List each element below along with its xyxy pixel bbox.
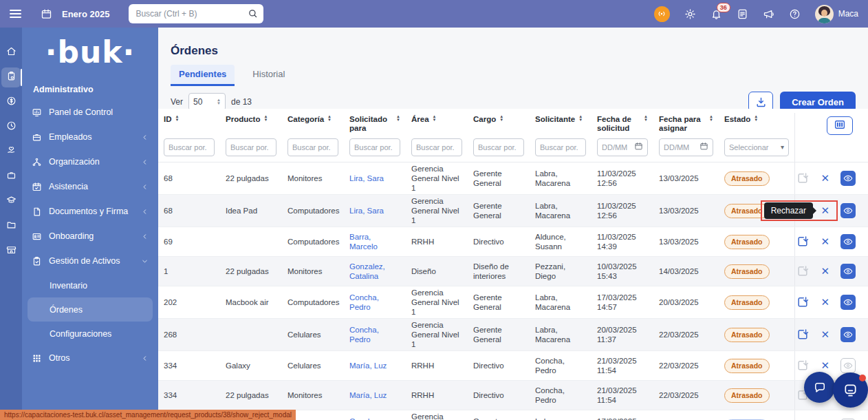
- chat-widget-fab[interactable]: [833, 372, 868, 408]
- employee-link[interactable]: Concha, Pedro: [349, 293, 379, 311]
- filter-input-cargo[interactable]: [473, 138, 524, 156]
- sort-icon[interactable]: ▲▼: [644, 115, 648, 122]
- settings-gear-icon[interactable]: [684, 8, 696, 20]
- sidebar-item-organizaci-n[interactable]: Organización: [22, 149, 158, 174]
- filter-status-select[interactable]: Seleccionar▾: [724, 138, 789, 156]
- column-settings-button[interactable]: [827, 116, 853, 135]
- tab-pendientes[interactable]: Pendientes: [171, 65, 235, 86]
- rail-item-home-icon[interactable]: [1, 43, 21, 63]
- filter-input-solicitante[interactable]: [535, 138, 586, 156]
- sidebar-item-documentos-y-firma[interactable]: Documentos y Firma: [22, 199, 158, 224]
- sort-icon[interactable]: ▲▼: [175, 115, 180, 122]
- rail-item-capacitaciones-icon[interactable]: [1, 191, 21, 211]
- sort-icon[interactable]: ▲▼: [396, 115, 400, 122]
- column-header--rea[interactable]: Área▲▼: [406, 113, 468, 138]
- sidebar-item-onboarding[interactable]: Onboarding: [22, 224, 158, 249]
- reject-x-icon[interactable]: ✕: [821, 361, 829, 371]
- sidebar-subitem-configuraciones[interactable]: Configuraciones: [28, 322, 153, 346]
- sidebar-item-panel-de-control[interactable]: Panel de Control: [22, 100, 158, 125]
- view-eye-icon[interactable]: [840, 327, 856, 342]
- column-header-cargo[interactable]: Cargo▲▼: [468, 113, 530, 138]
- view-eye-icon[interactable]: [840, 203, 856, 218]
- rail-item-documentos-icon[interactable]: [1, 216, 21, 236]
- search-input[interactable]: [129, 4, 263, 23]
- column-header-categor-a[interactable]: Categoría▲▼: [282, 113, 344, 138]
- announcements-megaphone-icon[interactable]: [763, 8, 774, 20]
- reject-x-icon[interactable]: ✕: [821, 330, 829, 340]
- sidebar-item-label: Asistencia: [49, 182, 88, 191]
- employee-link[interactable]: Lira, Sara: [349, 174, 384, 182]
- filter-date-input[interactable]: DD/MM: [659, 138, 713, 156]
- reject-x-icon[interactable]: ✕: [821, 266, 829, 277]
- rail-item-asistencia-reloj-icon[interactable]: [1, 117, 21, 137]
- view-eye-icon[interactable]: [840, 358, 856, 373]
- filter-input-solicitado-para[interactable]: [349, 138, 400, 156]
- assign-icon[interactable]: [796, 235, 810, 249]
- view-eye-icon[interactable]: [840, 264, 856, 279]
- sort-icon[interactable]: ▲▼: [327, 115, 332, 122]
- column-header-producto[interactable]: Producto▲▼: [220, 113, 282, 138]
- assign-icon[interactable]: [796, 295, 810, 309]
- filter-input-producto[interactable]: [226, 138, 276, 156]
- column-header-fecha-para-asignar[interactable]: Fecha para asignar▲▼: [653, 113, 719, 138]
- sort-icon[interactable]: ▲▼: [433, 115, 437, 122]
- sidebar-item-asistencia[interactable]: Asistencia: [22, 174, 158, 199]
- reject-x-icon[interactable]: ✕: [821, 174, 829, 184]
- rail-item-beneficios-icon[interactable]: [1, 142, 21, 162]
- sidebar-item-empleados[interactable]: Empleados: [22, 125, 158, 149]
- menu-hamburger-icon[interactable]: [10, 8, 21, 20]
- cell-categoria: Computadores: [282, 204, 344, 217]
- rail-item-reclutamiento-icon[interactable]: [1, 167, 21, 187]
- assign-icon[interactable]: [796, 359, 810, 372]
- employee-link[interactable]: Concha, Pedro: [349, 417, 379, 420]
- sidebar-item-gesti-n-de-activos[interactable]: Gestión de Activos: [22, 249, 158, 273]
- filter-input-id[interactable]: [164, 138, 215, 156]
- help-icon[interactable]: [789, 8, 801, 20]
- employee-link[interactable]: María, Luz: [349, 361, 387, 370]
- column-header-solicitante[interactable]: Solicitante▲▼: [530, 113, 592, 138]
- sidebar-subitem--rdenes[interactable]: Órdenes: [28, 297, 153, 322]
- employee-link[interactable]: Barra, Marcelo: [349, 233, 378, 251]
- employee-link[interactable]: Lira, Sara: [349, 207, 384, 215]
- sort-icon[interactable]: ▲▼: [499, 115, 503, 122]
- view-eye-icon[interactable]: [840, 171, 856, 186]
- assign-icon[interactable]: [796, 171, 810, 185]
- page-size-label: Ver: [171, 97, 183, 107]
- filter-input--rea[interactable]: [411, 138, 462, 156]
- employee-link[interactable]: María, Luz: [349, 391, 387, 399]
- employee-link[interactable]: Concha, Pedro: [349, 326, 379, 344]
- calendar-icon[interactable]: [41, 8, 52, 20]
- employee-link[interactable]: Gonzalez, Catalina: [349, 262, 385, 280]
- tab-historial[interactable]: Historial: [252, 65, 285, 86]
- chat-bubble-fab[interactable]: [804, 372, 835, 403]
- rail-item-marketplace-icon[interactable]: [1, 241, 21, 261]
- sort-icon[interactable]: ▲▼: [754, 115, 758, 122]
- user-menu[interactable]: Maca: [815, 5, 858, 23]
- notifications-bell-icon[interactable]: 36: [710, 8, 722, 20]
- broadcast-icon[interactable]: [654, 6, 670, 22]
- column-header-solicitado-para[interactable]: Solicitado para▲▼: [344, 113, 406, 138]
- sidebar-subitem-inventario[interactable]: Inventario: [28, 273, 153, 297]
- column-header-estado[interactable]: Estado▲▼: [719, 113, 794, 138]
- sort-icon[interactable]: ▲▼: [578, 115, 583, 122]
- filter-input-categor-a[interactable]: [287, 138, 338, 156]
- column-header-id[interactable]: ID▲▼: [158, 113, 220, 138]
- sidebar-item-otros[interactable]: Otros: [22, 346, 158, 370]
- notes-icon[interactable]: [737, 8, 748, 20]
- assign-icon[interactable]: [796, 328, 810, 342]
- search-icon[interactable]: [248, 8, 258, 19]
- rail-item-asset-management-icon[interactable]: [1, 67, 21, 87]
- rail-item-remuneraciones-icon[interactable]: [1, 92, 21, 112]
- column-header-fecha-de-solicitud[interactable]: Fecha de solicitud▲▼: [592, 113, 653, 138]
- assign-icon[interactable]: [796, 264, 810, 278]
- reject-x-icon[interactable]: ✕: [821, 297, 829, 308]
- view-eye-icon[interactable]: [840, 295, 856, 310]
- period-selector[interactable]: Enero 2025: [62, 9, 109, 19]
- filter-date-input[interactable]: DD/MM: [597, 138, 648, 156]
- sort-icon[interactable]: ▲▼: [263, 115, 268, 122]
- sort-icon[interactable]: ▲▼: [709, 115, 713, 122]
- status-badge: Atrasado: [724, 359, 770, 373]
- reject-x-icon[interactable]: ✕: [821, 206, 829, 216]
- view-eye-icon[interactable]: [840, 234, 856, 249]
- reject-x-icon[interactable]: ✕: [821, 237, 829, 247]
